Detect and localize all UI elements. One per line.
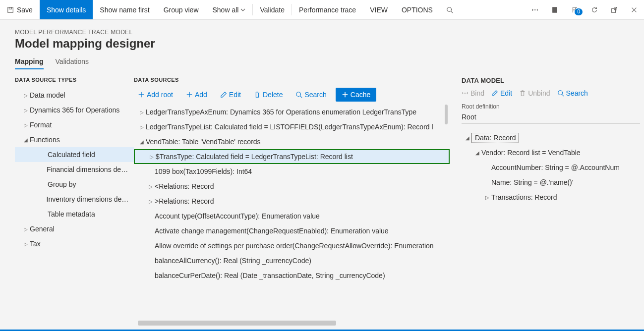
dstypes-row[interactable]: ▷General: [15, 221, 134, 236]
expand-toggle-icon[interactable]: ▷: [22, 93, 30, 98]
expand-toggle-icon[interactable]: ▷: [483, 195, 491, 200]
expand-toggle-icon[interactable]: ▷: [148, 154, 156, 160]
expand-toggle-icon[interactable]: ▷: [22, 108, 30, 113]
group-view-button[interactable]: Group view: [157, 0, 206, 19]
validate-button[interactable]: Validate: [253, 0, 292, 19]
dstypes-row[interactable]: Table metadata: [15, 207, 134, 221]
datasources-row[interactable]: 1099 box(Tax1099Fields): Int64: [134, 164, 450, 179]
tab-mapping[interactable]: Mapping: [15, 57, 44, 69]
page-header: MODEL PERFORMANCE TRACE MODEL Model mapp…: [0, 20, 644, 74]
tree-item-label: <Relations: Record: [155, 182, 214, 190]
trash-icon: [254, 91, 261, 98]
svg-rect-4: [553, 7, 557, 12]
horizontal-scrollbar[interactable]: [138, 321, 336, 326]
dstypes-row[interactable]: ▷Format: [15, 117, 134, 132]
datamodel-row[interactable]: Name: String = @.'name()': [462, 175, 640, 190]
search-button-dm[interactable]: Search: [557, 89, 588, 97]
tree-item-label: balanceAllCurrency(): Real (String _curr…: [155, 257, 311, 265]
datasources-row[interactable]: balanceAllCurrency(): Real (String _curr…: [134, 253, 450, 268]
dstypes-row[interactable]: Financial dimensions details: [15, 162, 134, 177]
expand-toggle-icon[interactable]: ▷: [22, 241, 30, 247]
page-tabs: Mapping Validations: [15, 57, 629, 70]
rootdef-label: Root definition: [462, 103, 640, 110]
tree-item-label: Calculated field: [48, 151, 95, 159]
datasources-row[interactable]: ▷>Relations: Record: [134, 194, 450, 209]
tree-item-label: $TransType: Calculated field = LedgerTra…: [156, 153, 353, 161]
datamodel-row[interactable]: AccountNumber: String = @.AccountNum: [462, 160, 640, 175]
expand-toggle-icon[interactable]: ◢: [473, 150, 481, 156]
close-icon: [631, 6, 638, 13]
expand-toggle-icon[interactable]: ▷: [147, 199, 155, 204]
link-icon-button[interactable]: [525, 6, 545, 13]
datasources-heading: DATA SOURCES: [134, 77, 450, 83]
datasources-row[interactable]: ▷LedgerTransTypeAxEnum: Dynamics 365 for…: [134, 105, 450, 119]
office-icon-button[interactable]: [545, 6, 565, 13]
edit-button-dm[interactable]: Edit: [491, 89, 512, 97]
vertical-scrollbar[interactable]: [445, 105, 448, 124]
datasources-row[interactable]: Allow override of settings per purchase …: [134, 238, 450, 253]
dstypes-row[interactable]: ▷Dynamics 365 for Operations: [15, 103, 134, 117]
columns: DATA SOURCE TYPES ▷Data model▷Dynamics 3…: [0, 74, 644, 326]
dstypes-row[interactable]: Inventory dimensions details: [15, 192, 134, 207]
delete-button[interactable]: Delete: [250, 88, 287, 101]
view-menu[interactable]: VIEW: [363, 0, 395, 19]
page-title: Model mapping designer: [15, 37, 629, 51]
options-menu[interactable]: OPTIONS: [395, 0, 440, 19]
search-icon: [446, 6, 453, 13]
tree-item-label: Format: [30, 121, 52, 129]
trash-icon: [519, 90, 526, 97]
edit-button[interactable]: Edit: [216, 88, 245, 101]
datasources-row[interactable]: ▷<Relations: Record: [134, 179, 450, 194]
expand-toggle-icon[interactable]: ▷: [22, 122, 30, 128]
tree-item-label: LedgerTransTypeAxEnum: Dynamics 365 for …: [146, 108, 416, 116]
dstypes-row[interactable]: ▷Tax: [15, 236, 134, 251]
datamodel-row[interactable]: ◢Data: Record: [462, 130, 640, 145]
expand-toggle-icon[interactable]: ▷: [22, 226, 30, 232]
chevron-down-icon: [240, 7, 245, 12]
datamodel-row[interactable]: ▷Transactions: Record: [462, 190, 640, 205]
top-toolbar: Save Show details Show name first Group …: [0, 0, 644, 20]
add-root-button[interactable]: Add root: [134, 88, 177, 101]
show-name-first-button[interactable]: Show name first: [93, 0, 156, 19]
datasources-row[interactable]: balanceCurPerDate(): Real (Date _transac…: [134, 268, 450, 283]
dstypes-row[interactable]: ◢Functions: [15, 132, 134, 147]
search-button[interactable]: [440, 0, 460, 19]
expand-toggle-icon[interactable]: ◢: [22, 137, 30, 143]
performance-trace-button[interactable]: Performance trace: [292, 0, 363, 19]
tab-validations[interactable]: Validations: [56, 57, 89, 69]
datamodel-row[interactable]: ◢Vendor: Record list = VendTable: [462, 145, 640, 160]
search-button-ds[interactable]: Search: [292, 88, 330, 101]
show-details-button[interactable]: Show details: [40, 0, 93, 19]
dstypes-row[interactable]: ▷Data model: [15, 88, 134, 103]
dstypes-tree: ▷Data model▷Dynamics 365 for Operations▷…: [15, 88, 134, 251]
rootdef-input[interactable]: Root: [462, 112, 640, 123]
tree-item-label: LedgerTransTypeList: Calculated field = …: [146, 123, 433, 131]
datasources-row[interactable]: ▷$TransType: Calculated field = LedgerTr…: [134, 149, 450, 164]
data-source-types-panel: DATA SOURCE TYPES ▷Data model▷Dynamics 3…: [15, 77, 134, 326]
datasources-row[interactable]: Activate change management(ChangeRequest…: [134, 223, 450, 238]
plus-icon: [138, 91, 145, 98]
popout-button[interactable]: [604, 6, 624, 13]
breadcrumb: MODEL PERFORMANCE TRACE MODEL: [15, 29, 629, 36]
expand-toggle-icon[interactable]: ▷: [147, 184, 155, 189]
close-button[interactable]: [624, 6, 644, 13]
datasources-row[interactable]: ▷LedgerTransTypeList: Calculated field =…: [134, 119, 450, 134]
expand-toggle-icon[interactable]: ▷: [138, 124, 146, 130]
refresh-icon: [591, 6, 598, 13]
notifications-button[interactable]: 0: [565, 6, 585, 13]
datasources-row[interactable]: Account type(OffsetAccountType): Enumera…: [134, 209, 450, 223]
datasources-row[interactable]: ◢VendTable: Table 'VendTable' records: [134, 134, 450, 149]
show-all-button[interactable]: Show all: [206, 0, 253, 19]
datasources-tree: ▷LedgerTransTypeAxEnum: Dynamics 365 for…: [134, 105, 450, 283]
add-button[interactable]: Add: [182, 88, 211, 101]
dstypes-row[interactable]: Group by: [15, 177, 134, 192]
save-button[interactable]: Save: [0, 0, 40, 19]
refresh-button[interactable]: [585, 6, 604, 13]
tree-item-label: >Relations: Record: [155, 197, 214, 205]
expand-toggle-icon[interactable]: ▷: [138, 110, 146, 115]
dstypes-row[interactable]: Calculated field: [15, 147, 134, 162]
expand-toggle-icon[interactable]: ◢: [138, 139, 146, 145]
cache-button[interactable]: Cache: [336, 88, 376, 102]
tree-item-label: 1099 box(Tax1099Fields): Int64: [155, 167, 252, 175]
expand-toggle-icon[interactable]: ◢: [464, 135, 471, 141]
